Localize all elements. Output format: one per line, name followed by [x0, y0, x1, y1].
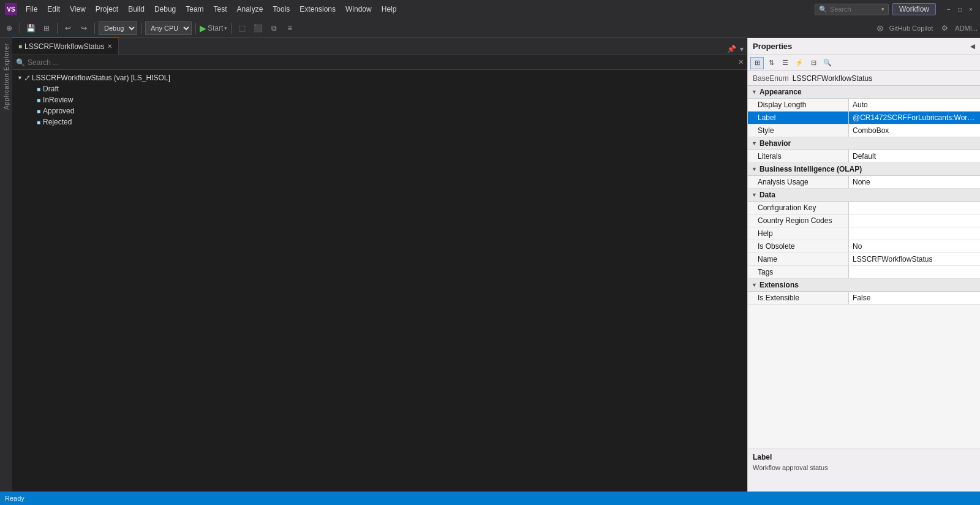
menu-items: FileEditViewProjectBuildDebugTeamTestAna…: [21, 5, 401, 13]
menu-item-edit[interactable]: Edit: [42, 4, 65, 15]
search-dropdown-icon[interactable]: ▾: [881, 6, 884, 12]
minimize-button[interactable]: −: [944, 5, 953, 13]
toolbar-btn-4[interactable]: ≡: [283, 21, 296, 35]
section-name: Extensions: [760, 281, 799, 289]
tree-item-approved[interactable]: ■Approved: [12, 105, 747, 116]
prop-row-is-obsolete[interactable]: Is Obsolete No: [748, 240, 980, 253]
prop-row-help[interactable]: Help: [748, 227, 980, 240]
tab-close-button[interactable]: ✕: [107, 43, 112, 50]
menu-item-analyze[interactable]: Analyze: [232, 4, 268, 15]
prop-value: [849, 215, 980, 227]
prop-section-data[interactable]: ▼Data: [748, 189, 980, 202]
start-dropdown-icon[interactable]: ▾: [224, 25, 227, 31]
main-layout: Application Explorer ■ LSSCRFWorkflowSta…: [0, 38, 980, 492]
tree-item-draft[interactable]: ■Draft: [12, 83, 747, 94]
workflow-button[interactable]: Workflow: [892, 3, 936, 15]
tab-list-button[interactable]: ▾: [739, 44, 745, 55]
save-button[interactable]: 💾: [24, 21, 37, 35]
prop-row-name[interactable]: Name LSSCRFWorkflowStatus: [748, 253, 980, 266]
tree-children: ■Draft■InReview■Approved■Rejected: [12, 83, 747, 127]
toolbar-btn-3[interactable]: ⧉: [267, 21, 281, 35]
prop-row-is-extensible[interactable]: Is Extensible False: [748, 292, 980, 305]
prop-value: LSSCRFWorkflowStatus: [849, 253, 980, 265]
menu-item-build[interactable]: Build: [123, 4, 149, 15]
prop-alpha-btn[interactable]: ⇅: [764, 57, 778, 69]
prop-value: [849, 227, 980, 240]
tree-item-inreview[interactable]: ■InReview: [12, 94, 747, 105]
admin-label: ADMI...: [955, 25, 978, 32]
menu-item-project[interactable]: Project: [91, 4, 123, 15]
menu-item-debug[interactable]: Debug: [149, 4, 181, 15]
prop-row-literals[interactable]: Literals Default: [748, 150, 980, 163]
tree-item-label: Draft: [43, 85, 59, 93]
prop-section-appearance[interactable]: ▼Appearance: [748, 86, 980, 99]
section-toggle: ▼: [752, 89, 757, 95]
prop-search-btn[interactable]: 🔍: [821, 57, 834, 69]
prop-row-style[interactable]: Style ComboBox: [748, 124, 980, 137]
redo-button[interactable]: ↪: [77, 21, 91, 35]
debug-config-select[interactable]: Debug: [99, 21, 137, 35]
prop-sort-btn[interactable]: ⊟: [807, 57, 820, 69]
tab-actions: 📌 ▾: [726, 44, 747, 55]
new-file-button[interactable]: ⊕: [2, 21, 16, 35]
menu-item-file[interactable]: File: [21, 4, 42, 15]
menu-item-tools[interactable]: Tools: [268, 4, 295, 15]
menu-item-help[interactable]: Help: [377, 4, 402, 15]
menu-item-extensions[interactable]: Extensions: [295, 4, 341, 15]
prop-row-tags[interactable]: Tags: [748, 266, 980, 279]
menu-item-view[interactable]: View: [65, 4, 91, 15]
active-tab[interactable]: ■ LSSCRFWorkflowStatus ✕: [12, 37, 119, 55]
properties-footer: Label Workflow approval status: [748, 449, 980, 492]
prop-section-behavior[interactable]: ▼Behavior: [748, 137, 980, 150]
save-all-button[interactable]: ⊞: [40, 21, 53, 35]
prop-row-analysis-usage[interactable]: Analysis Usage None: [748, 176, 980, 189]
search-input[interactable]: [830, 6, 879, 13]
search-box[interactable]: 🔍 ▾: [815, 4, 889, 15]
prop-row-display-length[interactable]: Display Length Auto: [748, 99, 980, 112]
settings-icon[interactable]: ⚙: [938, 21, 951, 35]
start-button[interactable]: ▶ Start ▾: [200, 23, 227, 33]
menu-item-window[interactable]: Window: [341, 4, 377, 15]
member-icon: ■: [37, 97, 40, 104]
prop-prop-btn[interactable]: ☰: [778, 57, 792, 69]
section-toggle: ▼: [752, 140, 757, 146]
toolbar-btn-1[interactable]: ⬚: [235, 21, 249, 35]
toolbar-separator-5: [195, 23, 196, 34]
properties-collapse-btn[interactable]: ◀: [970, 43, 975, 50]
prop-value: @CR1472SCRFForLubricants:Workflo...: [849, 112, 980, 124]
menu-item-test[interactable]: Test: [209, 4, 232, 15]
sidebar-strip: Application Explorer: [0, 38, 12, 492]
properties-grid: ▼Appearance Display Length Auto Label @C…: [748, 86, 980, 449]
prop-section-business-intelligence-(olap)[interactable]: ▼Business Intelligence (OLAP): [748, 163, 980, 176]
section-toggle: ▼: [752, 166, 757, 172]
prop-row-configuration-key[interactable]: Configuration Key: [748, 202, 980, 215]
prop-name: Label: [748, 112, 849, 124]
prop-section-extensions[interactable]: ▼Extensions: [748, 279, 980, 292]
close-button[interactable]: ×: [967, 5, 975, 13]
menu-item-team[interactable]: Team: [181, 4, 208, 15]
github-copilot-icon[interactable]: ⊛: [873, 21, 887, 35]
doc-search-input[interactable]: [28, 58, 736, 67]
platform-config-select[interactable]: Any CPU: [145, 21, 192, 35]
doc-search-clear[interactable]: ✕: [738, 58, 744, 66]
prop-categorized-btn[interactable]: ⊞: [750, 57, 764, 69]
prop-event-btn[interactable]: ⚡: [793, 57, 806, 69]
prop-name: Configuration Key: [748, 202, 849, 214]
prop-value: Default: [849, 150, 980, 162]
toolbar-separator-1: [20, 23, 20, 34]
undo-button[interactable]: ↩: [61, 21, 75, 35]
footer-property-desc: Workflow approval status: [753, 464, 975, 471]
base-enum-label: BaseEnum: [753, 74, 789, 83]
prop-row-label[interactable]: Label @CR1472SCRFForLubricants:Workflo..…: [748, 112, 980, 124]
prop-row-country-region-codes[interactable]: Country Region Codes: [748, 215, 980, 227]
toolbar-btn-2[interactable]: ⬛: [251, 21, 265, 35]
section-toggle: ▼: [752, 282, 757, 288]
prop-value: Auto: [849, 99, 980, 111]
maximize-button[interactable]: □: [956, 5, 964, 13]
tree-root[interactable]: ▼ ⑇ LSSCRFWorkflowStatus (var) [LS_HISOL…: [12, 72, 747, 83]
pin-tab-button[interactable]: 📌: [726, 44, 737, 55]
member-icon: ■: [37, 119, 40, 126]
tree-item-label: Approved: [43, 107, 74, 115]
toolbar-separator-2: [57, 23, 58, 34]
tree-item-rejected[interactable]: ■Rejected: [12, 116, 747, 127]
